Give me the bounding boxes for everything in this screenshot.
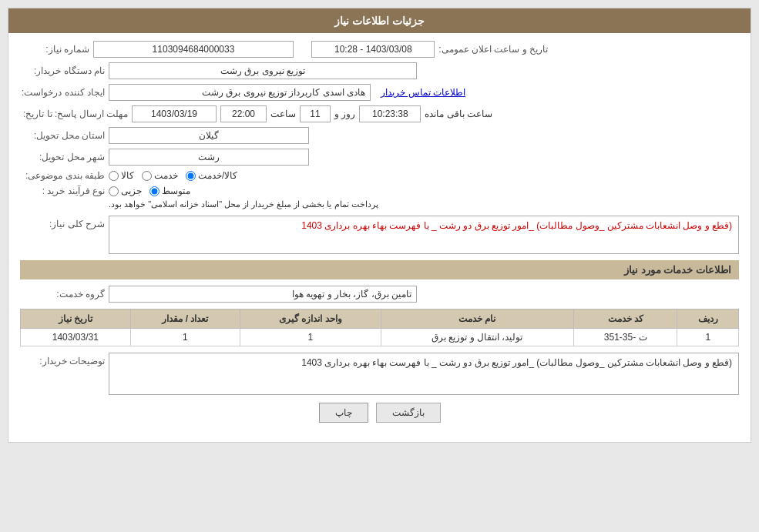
category-kala[interactable]: کالا bbox=[109, 170, 134, 181]
requester-label: ایجاد کننده درخواست: bbox=[20, 87, 105, 98]
description-box: (قطع و وصل انشعابات مشترکین _وصول مطالبا… bbox=[109, 216, 739, 254]
table-row: 1 ت -35-351 تولید، انتقال و توزیع برق 1 … bbox=[21, 329, 739, 346]
service-group-label: گروه خدمت: bbox=[20, 289, 105, 299]
purchase-type-label: نوع فرآیند خرید : bbox=[20, 186, 105, 196]
category-khadamat[interactable]: خدمت bbox=[142, 170, 178, 181]
time-value: 22:00 bbox=[220, 105, 267, 122]
page-title: جزئیات اطلاعات نیاز bbox=[334, 15, 425, 27]
time-label: ساعت bbox=[270, 109, 296, 119]
province-value: گیلان bbox=[109, 127, 309, 144]
cell-code: ت -35-351 bbox=[573, 329, 677, 346]
col-code: کد خدمت bbox=[573, 309, 677, 329]
province-label: استان محل تحویل: bbox=[20, 130, 105, 141]
services-table: ردیف کد خدمت نام خدمت واحد اندازه گیری ت… bbox=[20, 309, 739, 346]
print-button[interactable]: چاپ bbox=[319, 403, 368, 423]
buyer-org-value: توزیع نیروی برق رشت bbox=[109, 62, 417, 79]
motavaset-radio[interactable] bbox=[149, 186, 160, 196]
jozyi-label: جزیی bbox=[121, 186, 142, 196]
requester-link[interactable]: اطلاعات تماس خریدار bbox=[381, 87, 465, 98]
city-label: شهر محل تحویل: bbox=[20, 152, 105, 162]
khadamat-label: خدمت bbox=[154, 170, 178, 181]
cell-count: 1 bbox=[130, 329, 240, 346]
buyer-desc-box: (قطع و وصل انشعابات مشترکین _وصول مطالبا… bbox=[109, 353, 739, 395]
category-radio-group: کالا/خدمت خدمت کالا bbox=[109, 170, 237, 181]
services-section-header: اطلاعات خدمات مورد نیاز bbox=[20, 260, 739, 279]
category-kala-khadamat[interactable]: کالا/خدمت bbox=[186, 170, 237, 181]
need-number-value: 1103094684000033 bbox=[93, 41, 294, 58]
motavaset-label: متوسط bbox=[162, 186, 190, 196]
cell-name: تولید، انتقال و توزیع برق bbox=[381, 329, 573, 346]
col-unit: واحد اندازه گیری bbox=[240, 309, 381, 329]
datetime-label: تاریخ و ساعت اعلان عمومی: bbox=[438, 44, 548, 55]
response-date: 1403/03/19 bbox=[132, 105, 217, 122]
need-number-label: شماره نیاز: bbox=[20, 44, 89, 55]
cell-unit: 1 bbox=[240, 329, 381, 346]
purchase-note: پرداخت تمام یا بخشی از مبلغ خریدار از مح… bbox=[109, 199, 378, 209]
category-label: طبقه بندی موضوعی: bbox=[20, 170, 105, 181]
kala-khadamat-label: کالا/خدمت bbox=[198, 170, 237, 181]
day-label: روز و bbox=[334, 109, 355, 119]
remaining-label: ساعت باقی مانده bbox=[425, 109, 492, 119]
datetime-value: 1403/03/08 - 10:28 bbox=[311, 41, 435, 58]
remaining-value: 10:23:38 bbox=[359, 105, 421, 122]
purchase-motavaset[interactable]: متوسط bbox=[149, 186, 190, 196]
col-date: تاریخ نیاز bbox=[21, 309, 131, 329]
kala-label: کالا bbox=[121, 170, 134, 181]
days-value: 11 bbox=[300, 105, 331, 122]
cell-date: 1403/03/31 bbox=[21, 329, 131, 346]
buyer-desc-label: توضیحات خریدار: bbox=[20, 353, 105, 366]
requester-name: هادی اسدی کاربرداز توزیع نیروی برق رشت bbox=[109, 84, 371, 101]
khadamat-radio[interactable] bbox=[142, 171, 152, 181]
buyer-org-label: نام دستگاه خریدار: bbox=[20, 65, 105, 76]
kala-khadamat-radio[interactable] bbox=[186, 171, 196, 181]
purchase-jozyi[interactable]: جزیی bbox=[109, 186, 142, 196]
service-group-value: تامین برق، گاز، بخار و تهویه هوا bbox=[109, 286, 417, 303]
kala-radio[interactable] bbox=[109, 171, 119, 181]
jozyi-radio[interactable] bbox=[109, 186, 119, 196]
back-button[interactable]: بازگشت bbox=[376, 403, 441, 423]
col-count: تعداد / مقدار bbox=[130, 309, 240, 329]
deadline-label: مهلت ارسال پاسخ: تا تاریخ: bbox=[20, 109, 128, 119]
city-value: رشت bbox=[109, 149, 309, 166]
action-buttons: بازگشت چاپ bbox=[20, 403, 739, 423]
purchase-type-radio-group: متوسط جزیی bbox=[109, 186, 190, 196]
col-radif: ردیف bbox=[677, 309, 739, 329]
cell-radif: 1 bbox=[677, 329, 739, 346]
col-name: نام خدمت bbox=[381, 309, 573, 329]
page-header: جزئیات اطلاعات نیاز bbox=[8, 8, 751, 33]
description-label: شرح کلی نیاز: bbox=[20, 216, 105, 229]
